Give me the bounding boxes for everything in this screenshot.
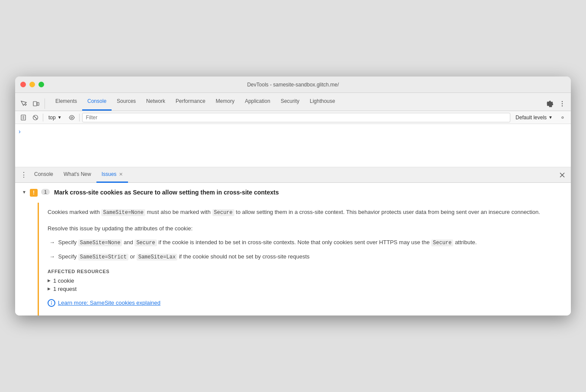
tab-elements[interactable]: Elements [50,92,82,111]
issue-description: Cookies marked with SameSite=None must a… [48,208,560,217]
affected-resources: AFFECTED RESOURCES ▶ 1 cookie ▶ 1 reques… [48,269,560,292]
levels-dropdown[interactable]: Default levels ▼ [513,114,555,121]
toolbar-separator [43,114,43,121]
resource-request-label: 1 request [53,286,77,292]
devtools-tabbar: Elements Console Sources Network Perform… [15,93,571,111]
code-samesite-strict: SameSite=Strict [78,254,128,261]
panel-tabbar: ⋮ Console What's New Issues ✕ [15,167,571,183]
more-icon[interactable] [557,99,567,109]
svg-line-10 [34,116,37,119]
svg-rect-0 [33,102,37,106]
tab-performance[interactable]: Performance [170,92,211,111]
levels-dropdown-icon: ▼ [548,115,553,120]
issue-bullet-1: → Specify SameSite=None and Secure if th… [48,238,560,247]
issue-count: 1 [41,189,50,195]
window-title: DevTools - samesite-sandbox.glitch.me/ [247,82,339,88]
context-selector[interactable]: top ▼ [46,114,64,121]
svg-point-2 [562,101,563,102]
context-dropdown-icon: ▼ [58,115,62,120]
learn-more-text: Learn more: SameSite cookies explained [58,300,160,306]
zoom-traffic-light[interactable] [38,82,44,87]
tab-console[interactable]: Console [82,92,112,111]
devtools-window: DevTools - samesite-sandbox.glitch.me/ E… [15,76,571,315]
tab-security[interactable]: Security [275,92,304,111]
svg-point-11 [71,117,73,118]
resource-request-chevron: ▶ [48,287,51,291]
code-secure-3: Secure [431,239,453,246]
panel-tab-issues[interactable]: Issues ✕ [96,167,128,183]
console-output: › [15,124,571,167]
devtools-icons [19,99,47,111]
resource-cookie-label: 1 cookie [53,277,74,284]
resource-request-item[interactable]: ▶ 1 request [48,286,560,292]
learn-more-icon [48,299,55,307]
tab-separator [45,99,45,109]
inspect-icon[interactable] [19,99,29,109]
bottom-panel: ⋮ Console What's New Issues ✕ ▼ [15,167,571,315]
issue-resolve-intro: Resolve this issue by updating the attri… [48,224,560,233]
traffic-lights [20,82,44,87]
code-samesite-none-2: SameSite=None [78,239,122,246]
affected-resources-label: AFFECTED RESOURCES [48,269,560,274]
issue-header-row: ▼ ! 1 Mark cross-site cookies as Secure … [15,183,571,203]
panel-close-button[interactable] [557,170,567,180]
svg-point-4 [562,105,563,106]
console-block-btn[interactable] [31,113,40,122]
issue-warning-icon: ! [30,189,38,197]
svg-rect-1 [37,102,39,105]
code-secure-1: Secure [212,209,234,216]
svg-point-3 [562,103,563,104]
issue-bullet-2: → Specify SameSite=Strict or SameSite=La… [48,252,560,261]
tab-lighthouse[interactable]: Lighthouse [304,92,340,111]
panel-tab-console[interactable]: Console [29,167,58,183]
issue-body: Cookies marked with SameSite=None must a… [39,203,571,315]
titlebar: DevTools - samesite-sandbox.glitch.me/ [15,76,571,93]
toolbar-separator-2 [79,114,80,121]
settings-icon[interactable] [545,99,555,109]
console-settings-icon[interactable] [558,113,567,122]
tab-application[interactable]: Application [240,92,275,111]
code-secure-2: Secure [134,239,157,246]
issues-content: ▼ ! 1 Mark cross-site cookies as Secure … [15,183,571,315]
eye-icon[interactable] [67,113,77,122]
code-samesite-none-1: SameSite=None [101,209,145,216]
issue-title: Mark cross-site cookies as Secure to all… [54,189,279,196]
console-clear-btn[interactable] [19,113,28,122]
devtools-right-icons [545,99,567,111]
minimize-traffic-light[interactable] [29,82,35,87]
tab-memory[interactable]: Memory [211,92,240,111]
issue-detail: Cookies marked with SameSite=None must a… [15,203,571,315]
issue-toggle-btn[interactable]: ▼ [22,190,26,194]
console-toolbar: top ▼ Default levels ▼ [15,111,571,124]
console-prompt[interactable]: › [19,128,21,135]
resource-cookie-chevron: ▶ [48,278,51,283]
code-samesite-lax: SameSite=Lax [137,254,177,261]
issues-tab-close[interactable]: ✕ [119,172,123,177]
device-icon[interactable] [31,99,41,109]
learn-more-link[interactable]: Learn more: SameSite cookies explained [48,299,560,307]
panel-tab-whats-new[interactable]: What's New [58,167,96,183]
resource-cookie-item[interactable]: ▶ 1 cookie [48,277,560,284]
panel-menu-icon[interactable]: ⋮ [19,170,29,180]
tab-sources[interactable]: Sources [112,92,141,111]
close-traffic-light[interactable] [20,82,26,87]
filter-input[interactable] [82,113,510,122]
tab-network[interactable]: Network [141,92,170,111]
